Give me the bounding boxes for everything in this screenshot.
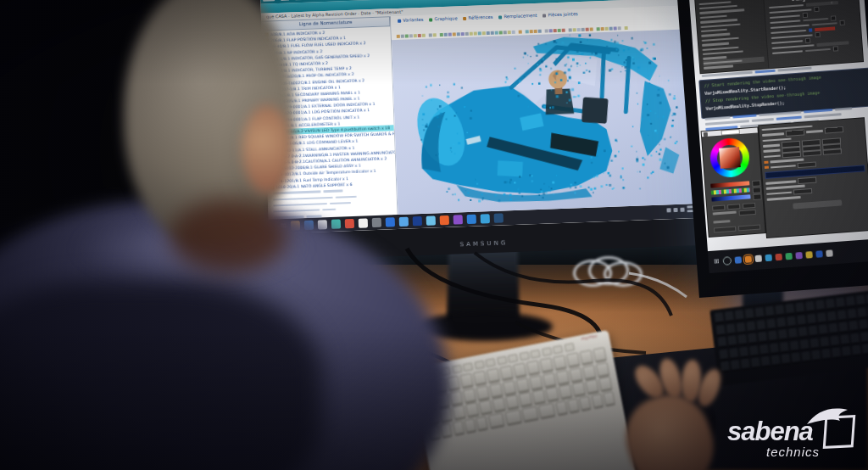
person-torso <box>0 280 322 470</box>
logo-bird-icon <box>805 404 849 428</box>
taskbar-app-icon[interactable] <box>385 217 394 227</box>
taskbar-app-icon[interactable] <box>331 220 340 229</box>
taskbar-app-icon[interactable] <box>744 255 752 263</box>
taskbar-app-icon[interactable] <box>785 253 793 260</box>
tab-chart[interactable]: Graphique <box>429 15 457 21</box>
taskbar-app-icon[interactable] <box>344 219 353 228</box>
tray-chevron-icon[interactable] <box>666 208 670 212</box>
person-ear <box>242 105 292 193</box>
varjo-settings-window: Varjo ▿ <box>694 0 864 74</box>
start-button-icon[interactable]: ⊞ <box>714 258 720 265</box>
main-screen: que CASA - Latest by Alpha Revision Orde… <box>260 0 698 234</box>
cad-right-pane: VariantesGraphiqueRéférencesRemplacement… <box>391 5 697 215</box>
cad-app-body: Ligne de Nomenclature A08/B.1 AOA INDICA… <box>261 5 697 219</box>
secondary-screen: ▭ ✕ Varjo ▿ // Start re <box>688 0 868 273</box>
main-monitor: que CASA - Latest by Alpha Revision Orde… <box>256 0 703 261</box>
reference-icon <box>463 16 466 20</box>
green-channel-slider[interactable] <box>711 187 750 194</box>
photo-workstation-scene: que CASA - Latest by Alpha Revision Orde… <box>0 0 868 470</box>
taskbar-app-icon[interactable] <box>815 250 823 258</box>
tab-attachment[interactable]: Pièces jointes <box>542 11 578 18</box>
secondary-windows-taskbar[interactable]: ⊞ <box>708 238 868 273</box>
taskbar-app-icon[interactable] <box>795 252 803 260</box>
blue-channel-slider[interactable] <box>711 194 750 201</box>
tray-network-icon[interactable] <box>673 207 677 211</box>
cockpit-pointcloud-scan <box>392 29 697 215</box>
chart-icon <box>429 18 432 21</box>
taskbar-app-icon[interactable] <box>358 218 367 227</box>
red-channel-slider[interactable] <box>710 181 749 187</box>
logo-sub-text: technics <box>766 445 820 459</box>
settings-detail-panel: Varjo ▿ <box>764 0 863 68</box>
saturation-value-square[interactable] <box>719 147 741 169</box>
eyedropper-icon[interactable] <box>704 131 708 136</box>
tab-reference[interactable]: Références <box>463 14 492 20</box>
taskbar-app-icon[interactable] <box>453 215 462 224</box>
taskbar-app-icon[interactable] <box>734 256 742 264</box>
taskbar-app-icon[interactable] <box>765 255 772 262</box>
logo-brand-text: sabena <box>727 419 813 445</box>
varjo-logo-icon: ▿ <box>831 0 833 5</box>
taskbar-app-icon[interactable] <box>426 215 435 225</box>
tray-volume-icon[interactable] <box>680 207 684 211</box>
taskbar-app-icon[interactable] <box>826 249 833 257</box>
taskbar-app-icon[interactable] <box>805 251 813 259</box>
taskbar-app-icon[interactable] <box>398 217 408 227</box>
sabena-technics-logo: sabena technics <box>726 406 868 467</box>
taskbar-app-icon[interactable] <box>775 254 782 261</box>
coiled-white-cable <box>573 255 644 288</box>
taskbar-app-icon[interactable] <box>466 215 476 224</box>
settings-category-list[interactable] <box>695 0 769 73</box>
grid-icon <box>398 19 401 22</box>
secondary-monitor: ▭ ✕ Varjo ▿ // Start re <box>676 0 868 298</box>
user-hand <box>614 360 732 470</box>
color-picker-window <box>701 126 766 238</box>
swap-icon <box>498 15 502 19</box>
taskbar-app-icon[interactable] <box>754 255 762 263</box>
cad-3d-viewport[interactable] <box>392 29 697 215</box>
tab-grid[interactable]: Variantes <box>398 17 423 23</box>
taskbar-app-icon[interactable] <box>412 216 421 226</box>
attachment-icon <box>542 14 546 17</box>
taskbar-app-icon[interactable] <box>439 215 448 225</box>
person-neck-shadow <box>170 200 288 273</box>
taskbar-app-icon[interactable] <box>493 213 503 222</box>
tab-swap[interactable]: Remplacement <box>498 13 537 20</box>
search-icon[interactable] <box>722 256 732 266</box>
inspector-panel <box>758 117 868 238</box>
taskbar-app-icon[interactable] <box>371 218 381 227</box>
taskbar-app-icon[interactable] <box>480 214 489 223</box>
